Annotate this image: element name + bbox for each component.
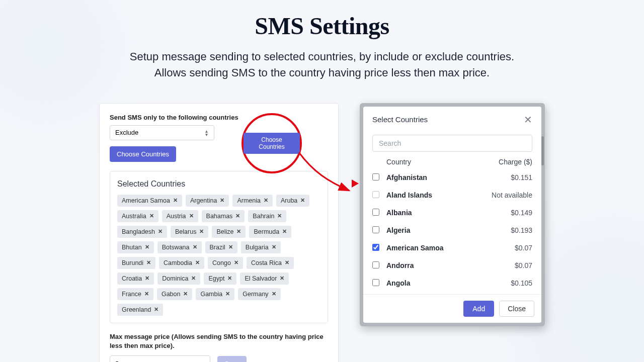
remove-tag-icon[interactable]: ✕ — [173, 197, 178, 204]
remove-tag-icon[interactable]: ✕ — [144, 291, 149, 297]
country-charge: Not available — [492, 191, 532, 199]
country-name: Afghanistan — [386, 173, 511, 182]
country-row: Albania$0.149 — [372, 204, 532, 222]
close-button[interactable]: Close — [499, 301, 534, 317]
country-rows: Afghanistan$0.151Aland IslandsNot availa… — [372, 169, 538, 292]
col-charge: Charge ($) — [499, 158, 532, 166]
country-charge: $0.193 — [511, 226, 532, 234]
selected-countries-panel: Selected Countries American Samoa✕Argent… — [110, 171, 328, 323]
country-tag-label: Belarus — [175, 228, 196, 235]
country-tag: Bahrain✕ — [248, 210, 286, 222]
page-title: SMS Settings — [255, 12, 389, 40]
add-button[interactable]: Add — [463, 301, 494, 317]
country-tag-label: Bangladesh — [122, 228, 155, 235]
choose-countries-button[interactable]: Choose Countries — [110, 146, 176, 162]
remove-tag-icon[interactable]: ✕ — [154, 306, 158, 313]
country-tag: Bhutan✕ — [117, 241, 154, 253]
subtitle-line-1: Setup message sending to selected countr… — [130, 49, 514, 65]
country-row: Aland IslandsNot available — [372, 187, 532, 204]
callout-choose-countries-button[interactable]: Choose Countries — [244, 133, 300, 154]
remove-tag-icon[interactable]: ✕ — [183, 291, 188, 297]
country-tag: Costa Rica✕ — [247, 257, 294, 269]
remove-tag-icon[interactable]: ✕ — [282, 228, 287, 235]
country-tag-label: Bulgaria — [246, 244, 269, 251]
remove-tag-icon[interactable]: ✕ — [264, 197, 268, 204]
country-tag-label: Botswana — [162, 244, 190, 251]
country-charge: $0.151 — [511, 173, 532, 182]
country-charge: $0.07 — [515, 244, 532, 252]
country-tag-label: Bermuda — [254, 228, 279, 235]
country-row: Andorra$0.07 — [372, 257, 532, 275]
max-price-input[interactable] — [110, 355, 210, 362]
close-icon[interactable]: ✕ — [524, 115, 532, 125]
country-tag: Armenia✕ — [232, 195, 273, 207]
country-tag-label: Bhutan — [122, 244, 142, 251]
country-tag: Belarus✕ — [171, 226, 208, 238]
modal-backdrop: Select Countries ✕ Country Charge ($) Af… — [360, 103, 545, 326]
country-tag-label: Burundi — [122, 259, 143, 266]
country-checkbox[interactable] — [372, 191, 379, 198]
remove-tag-icon[interactable]: ✕ — [272, 291, 276, 297]
scope-select[interactable] — [110, 125, 214, 140]
country-tag: Croatia✕ — [117, 273, 154, 285]
country-checkbox[interactable] — [372, 209, 379, 216]
country-tag: Greenland✕ — [117, 304, 163, 316]
remove-tag-icon[interactable]: ✕ — [227, 275, 232, 282]
selected-countries-tags: American Samoa✕Argentina✕Armenia✕Aruba✕A… — [117, 195, 320, 316]
country-tag: Bulgaria✕ — [241, 241, 281, 253]
remove-tag-icon[interactable]: ✕ — [199, 228, 204, 235]
country-tag-label: Gambia — [200, 291, 222, 298]
modal-column-headers: Country Charge ($) — [372, 152, 532, 169]
remove-tag-icon[interactable]: ✕ — [234, 259, 238, 266]
country-tag-label: Costa Rica — [251, 259, 282, 266]
remove-tag-icon[interactable]: ✕ — [280, 275, 284, 282]
country-tag: Argentina✕ — [186, 195, 229, 207]
country-tag-label: Brazil — [210, 244, 225, 251]
remove-tag-icon[interactable]: ✕ — [145, 244, 149, 250]
country-name: Algeria — [386, 226, 511, 234]
country-tag: American Samoa✕ — [117, 195, 182, 207]
country-name: Albania — [386, 209, 511, 217]
country-tag: Belize✕ — [212, 226, 246, 238]
callout-circle: Choose Countries — [242, 113, 302, 173]
country-checkbox[interactable] — [372, 173, 379, 180]
remove-tag-icon[interactable]: ✕ — [285, 259, 289, 266]
country-name: American Samoa — [386, 244, 515, 252]
remove-tag-icon[interactable]: ✕ — [195, 259, 200, 266]
remove-tag-icon[interactable]: ✕ — [145, 275, 149, 282]
country-checkbox[interactable] — [372, 226, 379, 233]
choose-countries-callout: Choose Countries — [242, 113, 302, 173]
remove-tag-icon[interactable]: ✕ — [277, 213, 282, 219]
remove-tag-icon[interactable]: ✕ — [272, 244, 276, 250]
page-subtitle: Setup message sending to selected countr… — [130, 49, 514, 81]
country-checkbox[interactable] — [372, 244, 379, 251]
country-tag-label: Dominica — [162, 275, 188, 282]
country-tag: Bermuda✕ — [249, 226, 291, 238]
modal-title: Select Countries — [372, 115, 428, 124]
remove-tag-icon[interactable]: ✕ — [193, 244, 197, 250]
remove-tag-icon[interactable]: ✕ — [189, 213, 194, 219]
remove-tag-icon[interactable]: ✕ — [228, 244, 233, 250]
remove-tag-icon[interactable]: ✕ — [235, 213, 240, 219]
country-tag: Egypt✕ — [204, 273, 236, 285]
save-button[interactable]: Save — [217, 356, 247, 362]
search-input[interactable] — [372, 135, 532, 152]
country-tag-label: Greenland — [122, 306, 151, 313]
country-tag: France✕ — [117, 288, 153, 300]
remove-tag-icon[interactable]: ✕ — [220, 197, 224, 204]
country-tag: Gambia✕ — [196, 288, 234, 300]
country-tag: El Salvador✕ — [240, 273, 289, 285]
country-checkbox[interactable] — [372, 261, 379, 268]
remove-tag-icon[interactable]: ✕ — [146, 259, 151, 266]
remove-tag-icon[interactable]: ✕ — [191, 275, 196, 282]
remove-tag-icon[interactable]: ✕ — [225, 291, 230, 297]
remove-tag-icon[interactable]: ✕ — [149, 213, 154, 219]
country-tag-label: Cambodia — [164, 259, 192, 266]
remove-tag-icon[interactable]: ✕ — [236, 228, 241, 235]
country-charge: $0.149 — [511, 209, 532, 217]
country-name: Aland Islands — [386, 191, 492, 199]
country-tag: Dominica✕ — [157, 273, 200, 285]
country-tag-label: American Samoa — [122, 197, 170, 204]
country-checkbox[interactable] — [372, 279, 379, 286]
remove-tag-icon[interactable]: ✕ — [158, 228, 163, 235]
